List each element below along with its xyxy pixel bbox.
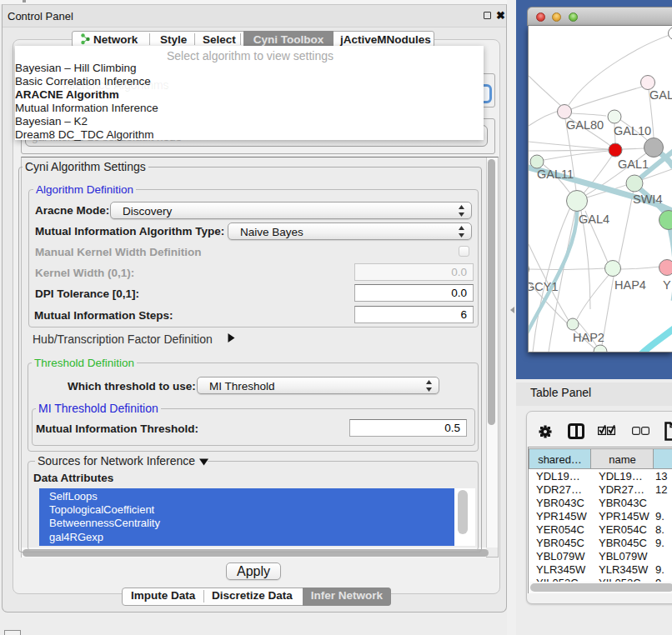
svg-text:GAL4: GAL4 xyxy=(579,212,609,226)
svg-text:GAL10: GAL10 xyxy=(614,124,651,138)
svg-text:HAP2: HAP2 xyxy=(573,331,604,344)
svg-text:GAL7: GAL7 xyxy=(649,88,672,102)
svg-text:GAL11: GAL11 xyxy=(537,168,574,181)
svg-text:SWI4: SWI4 xyxy=(633,192,662,206)
svg-text:GAL80: GAL80 xyxy=(566,118,604,132)
svg-text:GCY1: GCY1 xyxy=(529,280,559,293)
svg-text:Y: Y xyxy=(663,278,671,292)
svg-text:GAL1: GAL1 xyxy=(618,158,649,171)
svg-text:HAP4: HAP4 xyxy=(614,278,646,292)
